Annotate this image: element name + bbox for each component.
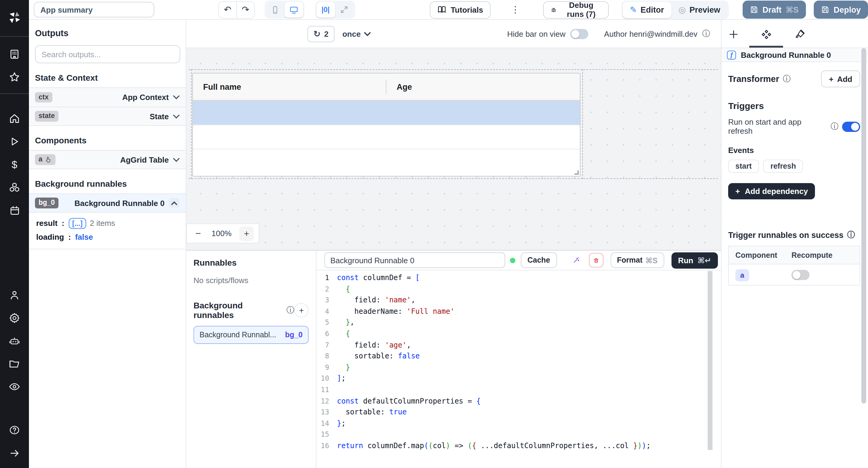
app-summary-input[interactable] bbox=[34, 2, 154, 18]
cache-button[interactable]: Cache bbox=[521, 253, 557, 268]
code-line[interactable]: 16return columnDef.map((col) => ({ ...de… bbox=[316, 440, 721, 452]
code-line[interactable]: 9 } bbox=[316, 362, 721, 373]
workspace-building-icon[interactable] bbox=[0, 43, 29, 66]
deploy-label: Deploy bbox=[834, 5, 861, 14]
add-label: Add bbox=[837, 74, 852, 83]
run-button[interactable]: Run ⌘↵ bbox=[672, 252, 718, 268]
info-icon[interactable]: ⓘ bbox=[287, 305, 294, 315]
deploy-button[interactable]: Deploy bbox=[814, 1, 868, 19]
zoom-in-button[interactable]: + bbox=[239, 226, 254, 241]
aggrid-table-component[interactable]: Full name Age bbox=[192, 73, 581, 176]
editor-scrollbar[interactable] bbox=[708, 271, 712, 450]
code-line[interactable]: 3 field: 'name', bbox=[316, 295, 721, 306]
code-line[interactable]: 4 headerName: 'Full name' bbox=[316, 306, 721, 317]
tab-insert-component[interactable] bbox=[726, 27, 741, 41]
component-a-row[interactable]: a AgGrid Table bbox=[29, 150, 186, 169]
code-line[interactable]: 8 sortable: false bbox=[316, 350, 721, 362]
code-line[interactable]: 10]; bbox=[316, 373, 721, 384]
grid-column-header[interactable]: Full name bbox=[193, 82, 386, 91]
info-icon[interactable]: ⓘ bbox=[831, 121, 838, 132]
tab-settings-components[interactable] bbox=[759, 27, 773, 41]
fullscreen-button[interactable] bbox=[335, 2, 353, 18]
chevron-down-icon[interactable] bbox=[173, 158, 180, 162]
tutorials-button[interactable]: Tutorials bbox=[430, 1, 490, 19]
more-options-button[interactable]: ⋮ bbox=[508, 4, 522, 15]
search-outputs-input[interactable] bbox=[35, 45, 180, 63]
settings-gear-icon[interactable] bbox=[0, 307, 29, 330]
mobile-view-button[interactable] bbox=[266, 2, 284, 18]
code-line[interactable]: 12const defaultColumnProperties = { bbox=[316, 395, 721, 407]
ai-wand-button[interactable] bbox=[569, 253, 583, 267]
preview-mode-tab[interactable]: ◎ Preview bbox=[671, 1, 727, 18]
chevron-down-icon[interactable] bbox=[173, 114, 180, 119]
workers-robot-icon[interactable] bbox=[0, 330, 29, 353]
grid-row[interactable] bbox=[193, 125, 580, 149]
grid-column-header[interactable]: Age bbox=[386, 79, 412, 94]
code-line[interactable]: 1const columnDef = [ bbox=[316, 272, 721, 283]
user-icon[interactable] bbox=[0, 284, 29, 307]
table-header-component: Component bbox=[729, 251, 792, 259]
ctx-row[interactable]: ctx App Context bbox=[29, 87, 186, 107]
info-icon[interactable]: ⓘ bbox=[847, 230, 855, 240]
resources-cubes-icon[interactable] bbox=[0, 176, 29, 199]
add-dependency-button[interactable]: + Add dependency bbox=[728, 183, 815, 199]
bg-runnable-list-item[interactable]: Background Runnabl... bg_0 bbox=[193, 326, 309, 344]
desktop-view-button[interactable] bbox=[284, 2, 303, 18]
component-a-badge: a bbox=[735, 269, 749, 281]
refresh-mode-dropdown[interactable]: once bbox=[342, 29, 371, 38]
state-row[interactable]: state State bbox=[29, 107, 186, 126]
runs-play-icon[interactable] bbox=[0, 130, 29, 153]
right-panel-scrollbar[interactable] bbox=[861, 48, 866, 404]
home-icon[interactable] bbox=[0, 107, 29, 130]
format-button[interactable]: Format ⌘S bbox=[610, 253, 664, 268]
add-runnable-button[interactable]: + bbox=[294, 303, 309, 317]
schedules-calendar-icon[interactable] bbox=[0, 199, 29, 222]
mobile-icon bbox=[270, 5, 279, 14]
draft-button[interactable]: Draft ⌘S bbox=[743, 1, 806, 19]
add-transformer-button[interactable]: + Add bbox=[821, 70, 860, 87]
editor-preview-toggle: ✎ Editor ◎ Preview bbox=[621, 0, 729, 19]
redo-button[interactable]: ↷ bbox=[236, 1, 254, 18]
code-line[interactable]: 11 bbox=[316, 384, 721, 395]
code-line[interactable]: 13 sortable: true bbox=[316, 407, 721, 418]
undo-button[interactable]: ↶ bbox=[219, 1, 236, 18]
favorites-star-icon[interactable] bbox=[0, 66, 29, 89]
recompute-toggle[interactable] bbox=[792, 270, 809, 280]
help-icon[interactable] bbox=[0, 419, 29, 441]
audit-eye-icon[interactable] bbox=[0, 375, 29, 398]
variables-dollar-icon[interactable]: $ bbox=[0, 153, 29, 176]
hide-bar-toggle[interactable] bbox=[570, 29, 588, 39]
editor-header: Cache Format ⌘S bbox=[316, 250, 721, 270]
tab-theme-styling[interactable] bbox=[793, 27, 807, 41]
code-line[interactable]: 14}; bbox=[316, 418, 721, 429]
collapse-arrow-icon[interactable] bbox=[0, 441, 29, 464]
app-canvas[interactable]: Full name Age − 100% + bbox=[186, 48, 721, 250]
debug-runs-button[interactable]: Debug runs (7) bbox=[543, 1, 609, 19]
runnable-name-input[interactable] bbox=[324, 253, 505, 268]
bg-runnable-row[interactable]: bg_0 Background Runnable 0 bbox=[29, 193, 186, 212]
zoom-out-button[interactable]: − bbox=[192, 227, 204, 239]
grid-row-selected[interactable] bbox=[193, 101, 580, 125]
code-line[interactable]: 2 { bbox=[316, 283, 721, 295]
code-line[interactable]: 15 bbox=[316, 429, 721, 440]
component-a-badge: a bbox=[35, 154, 56, 165]
run-on-start-toggle[interactable] bbox=[842, 121, 860, 132]
center-content-button[interactable]: |0| bbox=[316, 2, 335, 18]
info-icon[interactable]: ⓘ bbox=[702, 28, 710, 39]
delete-runnable-button[interactable] bbox=[589, 253, 603, 267]
code-line[interactable]: 5 }, bbox=[316, 317, 721, 328]
code-editor[interactable]: 1const columnDef = [2 {3 field: 'name',4… bbox=[316, 271, 721, 468]
result-array-chip[interactable]: [...] bbox=[69, 218, 87, 229]
loading-kv[interactable]: loading : false bbox=[36, 230, 186, 244]
code-line[interactable]: 6 { bbox=[316, 328, 721, 339]
refresh-count-button[interactable]: ↻ 2 bbox=[307, 26, 335, 42]
result-kv[interactable]: result : [...] 2 items bbox=[36, 216, 186, 230]
chevron-up-icon[interactable] bbox=[169, 198, 180, 208]
resize-handle[interactable] bbox=[575, 170, 579, 175]
chevron-down-icon[interactable] bbox=[173, 95, 180, 99]
folders-icon[interactable] bbox=[0, 353, 29, 375]
editor-mode-tab[interactable]: ✎ Editor bbox=[623, 1, 671, 18]
code-line[interactable]: 7 field: 'age', bbox=[316, 339, 721, 350]
info-icon[interactable]: ⓘ bbox=[783, 73, 790, 84]
windmill-logo-icon[interactable] bbox=[0, 6, 29, 29]
